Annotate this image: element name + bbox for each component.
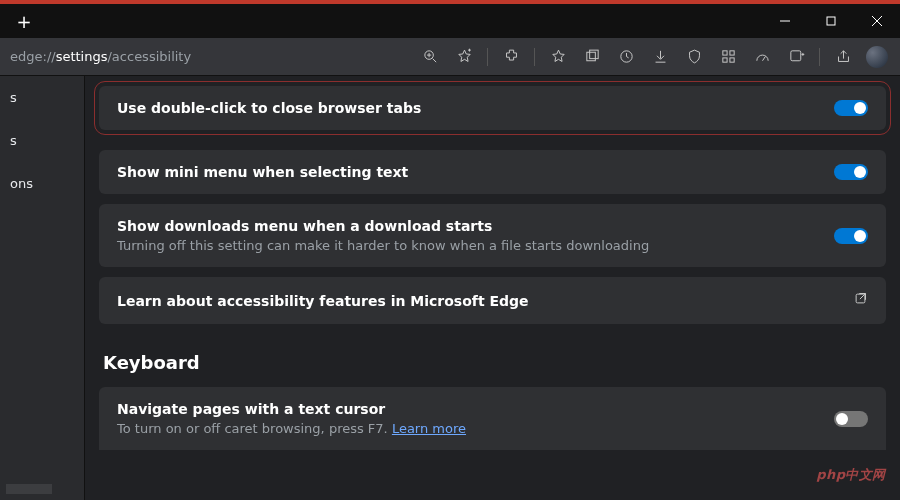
url-path: /accessibility	[107, 49, 191, 64]
toolbar	[415, 42, 892, 72]
toolbar-separator	[819, 48, 820, 66]
apps-icon[interactable]	[713, 42, 743, 72]
tab-strip: +	[0, 4, 38, 38]
collections-icon[interactable]	[577, 42, 607, 72]
close-button[interactable]	[854, 4, 900, 38]
toolbar-separator	[534, 48, 535, 66]
addpage-icon[interactable]	[781, 42, 811, 72]
svg-rect-17	[722, 58, 726, 62]
new-tab-button[interactable]: +	[10, 7, 38, 35]
titlebar: +	[0, 4, 900, 38]
toggle-caret-browsing[interactable]	[834, 411, 868, 427]
external-link-icon	[853, 291, 868, 310]
downloads-icon[interactable]	[645, 42, 675, 72]
setting-title: Show downloads menu when a download star…	[117, 218, 814, 234]
history-icon[interactable]	[611, 42, 641, 72]
watermark-text: php中文网	[816, 466, 886, 484]
extensions-icon[interactable]	[496, 42, 526, 72]
url-display[interactable]: edge://settings/accessibility	[8, 49, 191, 64]
content-area: s s ons Use double-click to close browse…	[0, 76, 900, 500]
favorites-icon[interactable]	[543, 42, 573, 72]
toggle-downloads-menu[interactable]	[834, 228, 868, 244]
svg-rect-16	[729, 51, 733, 55]
sidebar-item[interactable]: s	[0, 125, 84, 156]
svg-rect-1	[827, 17, 835, 25]
settings-scroll[interactable]: Use double-click to close browser tabs S…	[99, 76, 886, 450]
sidebar-footer	[6, 484, 52, 494]
toggle-double-click-close[interactable]	[834, 100, 868, 116]
shield-icon[interactable]	[679, 42, 709, 72]
svg-rect-10	[586, 52, 595, 61]
profile-avatar[interactable]	[862, 42, 892, 72]
avatar-icon	[866, 46, 888, 68]
setting-caret-browsing: Navigate pages with a text cursor To tur…	[99, 387, 886, 450]
setting-subtitle: Turning off this setting can make it har…	[117, 238, 814, 253]
settings-main: Use double-click to close browser tabs S…	[85, 76, 900, 500]
setting-downloads-menu: Show downloads menu when a download star…	[99, 204, 886, 267]
setting-title: Navigate pages with a text cursor	[117, 401, 814, 417]
section-keyboard-header: Keyboard	[103, 352, 886, 373]
sidebar-item[interactable]: ons	[0, 168, 84, 199]
url-prefix: edge://	[10, 49, 56, 64]
favorite-add-icon[interactable]	[449, 42, 479, 72]
maximize-button[interactable]	[808, 4, 854, 38]
address-bar-row: edge://settings/accessibility	[0, 38, 900, 76]
svg-line-19	[762, 57, 765, 61]
setting-title: Show mini menu when selecting text	[117, 164, 814, 180]
settings-sidebar: s s ons	[0, 76, 85, 500]
setting-subtitle-text: To turn on or off caret browsing, press …	[117, 421, 392, 436]
setting-subtitle: To turn on or off caret browsing, press …	[117, 421, 814, 436]
svg-rect-11	[589, 50, 598, 59]
setting-double-click-close: Use double-click to close browser tabs	[99, 86, 886, 130]
toggle-mini-menu[interactable]	[834, 164, 868, 180]
zoom-icon[interactable]	[415, 42, 445, 72]
svg-rect-15	[722, 51, 726, 55]
setting-learn-accessibility[interactable]: Learn about accessibility features in Mi…	[99, 277, 886, 324]
url-host: settings	[56, 49, 108, 64]
svg-rect-20	[790, 51, 800, 61]
share-icon[interactable]	[828, 42, 858, 72]
svg-rect-18	[729, 58, 733, 62]
minimize-button[interactable]	[762, 4, 808, 38]
setting-title: Use double-click to close browser tabs	[117, 100, 814, 116]
setting-mini-menu: Show mini menu when selecting text	[99, 150, 886, 194]
setting-title: Learn about accessibility features in Mi…	[117, 293, 833, 309]
svg-line-5	[432, 59, 436, 63]
learn-more-link[interactable]: Learn more	[392, 421, 466, 436]
performance-icon[interactable]	[747, 42, 777, 72]
window-controls	[762, 4, 900, 38]
toolbar-separator	[487, 48, 488, 66]
sidebar-item[interactable]: s	[0, 82, 84, 113]
